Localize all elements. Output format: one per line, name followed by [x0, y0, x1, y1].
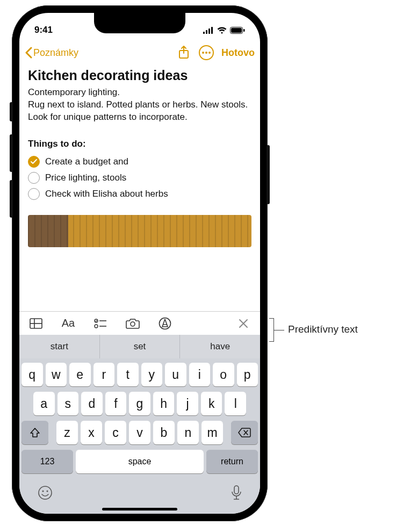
svg-point-10	[208, 52, 211, 54]
checklist-icon	[94, 318, 107, 329]
key-c[interactable]: c	[105, 421, 126, 444]
return-key[interactable]: return	[206, 450, 258, 473]
volume-down-button	[10, 180, 13, 218]
back-label: Poznámky	[33, 47, 78, 59]
svg-rect-3	[211, 27, 213, 34]
note-content[interactable]: Kitchen decorating ideas Contemporary li…	[19, 64, 260, 311]
svg-point-21	[39, 486, 52, 499]
share-icon	[178, 46, 189, 60]
key-t[interactable]: t	[117, 363, 139, 386]
key-l[interactable]: l	[225, 392, 246, 415]
shift-key[interactable]	[21, 421, 48, 444]
checklist-item-label: Check with Elisha about herbs	[45, 189, 168, 199]
key-d[interactable]: d	[81, 392, 103, 415]
note-attached-image[interactable]	[28, 215, 251, 247]
svg-point-9	[205, 52, 207, 54]
checklist: Create a budget and Price lighting, stoo…	[28, 154, 251, 202]
close-toolbar-button[interactable]	[236, 317, 250, 330]
key-m[interactable]: m	[201, 421, 223, 444]
checkbox-checked-icon[interactable]	[28, 156, 40, 168]
done-button[interactable]: Hotovo	[221, 47, 255, 59]
emoji-key[interactable]	[38, 485, 53, 502]
format-button[interactable]: Aa	[61, 317, 75, 330]
svg-point-23	[47, 491, 48, 492]
prediction-suggestion[interactable]: set	[100, 335, 181, 358]
checklist-item[interactable]: Price lighting, stools	[28, 170, 251, 186]
ellipsis-icon	[202, 52, 211, 54]
table-button[interactable]	[29, 317, 43, 330]
section-heading[interactable]: Things to do:	[28, 139, 251, 149]
key-e[interactable]: e	[69, 363, 91, 386]
table-icon	[30, 318, 42, 329]
volume-up-button	[10, 134, 13, 172]
svg-rect-0	[203, 32, 205, 34]
camera-button[interactable]	[126, 317, 140, 330]
key-z[interactable]: z	[56, 421, 78, 444]
emoji-icon	[38, 485, 53, 500]
close-icon	[239, 319, 248, 328]
nav-bar: Poznámky Hotovo	[19, 41, 260, 64]
key-o[interactable]: o	[213, 363, 234, 386]
prediction-suggestion[interactable]: start	[19, 335, 100, 358]
key-r[interactable]: r	[93, 363, 115, 386]
callout-line	[273, 330, 284, 330]
aa-icon: Aa	[62, 317, 75, 329]
key-i[interactable]: i	[189, 363, 211, 386]
camera-icon	[126, 318, 140, 329]
markup-button[interactable]	[158, 317, 172, 330]
key-j[interactable]: j	[177, 392, 198, 415]
dictation-key[interactable]	[231, 485, 242, 502]
predictive-text-row: start set have	[19, 335, 260, 358]
key-b[interactable]: b	[153, 421, 175, 444]
svg-point-18	[131, 322, 135, 326]
pencil-circle-icon	[159, 317, 171, 330]
nav-right-group: Hotovo	[176, 45, 255, 60]
keyboard-toolbar: Aa	[19, 311, 260, 335]
key-y[interactable]: y	[141, 363, 163, 386]
checklist-item-label: Price lighting, stools	[45, 172, 126, 183]
share-button[interactable]	[176, 45, 191, 60]
key-u[interactable]: u	[165, 363, 186, 386]
checkbox-unchecked-icon[interactable]	[28, 172, 40, 184]
home-indicator[interactable]	[102, 508, 177, 511]
battery-icon	[230, 27, 245, 34]
more-button[interactable]	[199, 45, 214, 60]
checklist-item[interactable]: Check with Elisha about herbs	[28, 186, 251, 202]
svg-rect-24	[234, 486, 239, 494]
svg-point-8	[202, 52, 204, 54]
mute-switch	[10, 102, 13, 121]
status-time: 9:41	[34, 25, 53, 35]
screen: 9:41 Poznámky Hotovo	[19, 13, 260, 514]
key-k[interactable]: k	[201, 392, 222, 415]
numbers-key[interactable]: 123	[21, 450, 73, 473]
shift-icon	[30, 427, 40, 438]
key-f[interactable]: f	[105, 392, 127, 415]
prediction-suggestion[interactable]: have	[180, 335, 260, 358]
key-h[interactable]: h	[153, 392, 175, 415]
note-title[interactable]: Kitchen decorating ideas	[28, 68, 251, 83]
backspace-key[interactable]	[231, 421, 258, 444]
key-n[interactable]: n	[177, 421, 199, 444]
note-body[interactable]: Contemporary lighting. Rug next to islan…	[28, 87, 251, 124]
wifi-icon	[217, 27, 227, 34]
checkbox-unchecked-icon[interactable]	[28, 188, 40, 200]
checklist-button[interactable]	[93, 317, 107, 330]
keyboard: q w e r t y u i o p a s d f g h j k l	[19, 358, 260, 514]
microphone-icon	[231, 485, 242, 500]
key-s[interactable]: s	[57, 392, 79, 415]
key-a[interactable]: a	[33, 392, 55, 415]
svg-rect-6	[243, 29, 245, 32]
key-x[interactable]: x	[81, 421, 102, 444]
key-g[interactable]: g	[129, 392, 150, 415]
key-v[interactable]: v	[129, 421, 150, 444]
backspace-icon	[238, 428, 251, 437]
back-button[interactable]: Poznámky	[25, 47, 78, 59]
key-p[interactable]: p	[237, 363, 258, 386]
key-w[interactable]: w	[46, 363, 67, 386]
chevron-left-icon	[25, 47, 32, 59]
side-button	[267, 145, 270, 204]
space-key[interactable]: space	[76, 450, 204, 473]
svg-point-22	[42, 491, 44, 492]
checklist-item[interactable]: Create a budget and	[28, 154, 251, 170]
key-q[interactable]: q	[21, 363, 43, 386]
